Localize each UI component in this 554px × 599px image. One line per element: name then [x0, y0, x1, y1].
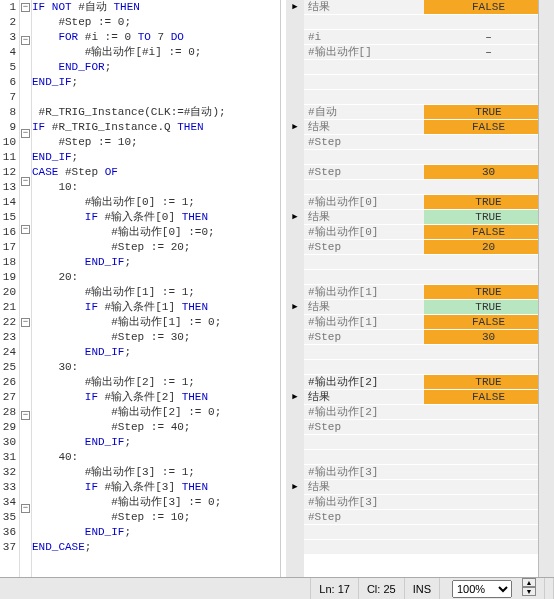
code-line[interactable]: #Step := 30; [32, 330, 280, 345]
monitor-value [424, 480, 553, 495]
fold-marker [20, 426, 31, 441]
code-line[interactable]: #输出动作[2] := 0; [32, 405, 280, 420]
code-line[interactable]: END_IF; [32, 345, 280, 360]
marker-gutter: ▶▶▶▶▶▶ [286, 0, 304, 577]
code-line[interactable]: #Step := 0; [32, 15, 280, 30]
fold-marker [20, 348, 31, 363]
code-line[interactable]: IF #输入条件[3] THEN [32, 480, 280, 495]
monitor-value: FALSE [424, 390, 553, 405]
line-marker: ▶ [286, 480, 304, 495]
monitor-value: 30 [424, 165, 553, 180]
zoom-up-button[interactable]: ▲ [522, 578, 536, 587]
code-line[interactable]: #输出动作[0] :=0; [32, 225, 280, 240]
fold-marker[interactable]: − [20, 129, 31, 144]
line-number: 32 [0, 465, 16, 480]
code-line[interactable]: 40: [32, 450, 280, 465]
code-line[interactable]: #输出动作[3] := 1; [32, 465, 280, 480]
monitor-name: 结果 [304, 120, 424, 135]
code-line[interactable]: END_IF; [32, 255, 280, 270]
code-line[interactable]: #Step := 10; [32, 510, 280, 525]
monitor-name [304, 180, 424, 195]
line-marker [286, 90, 304, 105]
code-line[interactable]: CASE #Step OF [32, 165, 280, 180]
code-line[interactable]: #输出动作[1] := 1; [32, 285, 280, 300]
monitor-value: – [424, 45, 553, 60]
fold-marker[interactable]: − [20, 3, 31, 18]
code-line[interactable]: #输出动作[2] := 1; [32, 375, 280, 390]
fold-marker [20, 270, 31, 285]
fold-marker [20, 471, 31, 486]
code-line[interactable]: IF #输入条件[0] THEN [32, 210, 280, 225]
monitor-value: TRUE [424, 300, 553, 315]
code-line[interactable]: END_IF; [32, 435, 280, 450]
monitor-value [424, 510, 553, 525]
monitor-value [424, 465, 553, 480]
monitor-value [424, 405, 553, 420]
line-marker [286, 285, 304, 300]
code-line[interactable]: #输出动作[#i] := 0; [32, 45, 280, 60]
code-line[interactable]: #Step := 10; [32, 135, 280, 150]
code-area[interactable]: IF NOT #自动 THEN #Step := 0; FOR #i := 0 … [32, 0, 280, 577]
line-marker [286, 225, 304, 240]
monitor-name [304, 60, 424, 75]
code-line[interactable]: IF #输入条件[1] THEN [32, 300, 280, 315]
code-line[interactable]: FOR #i := 0 TO 7 DO [32, 30, 280, 45]
line-marker [286, 165, 304, 180]
code-line[interactable]: #Step := 20; [32, 240, 280, 255]
zoom-select[interactable]: 100% [452, 580, 512, 598]
monitor-value [424, 420, 553, 435]
code-line[interactable]: IF #R_TRIG_Instance.Q THEN [32, 120, 280, 135]
line-number: 10 [0, 135, 16, 150]
monitor-name: 结果 [304, 210, 424, 225]
line-marker: ▶ [286, 210, 304, 225]
line-marker [286, 495, 304, 510]
monitor-name [304, 150, 424, 165]
vertical-scrollbar[interactable] [538, 0, 554, 577]
fold-marker [20, 240, 31, 255]
line-number: 31 [0, 450, 16, 465]
monitor-name: #i [304, 30, 424, 45]
fold-marker[interactable]: − [20, 36, 31, 51]
code-line[interactable]: END_IF; [32, 75, 280, 90]
code-line[interactable]: END_IF; [32, 525, 280, 540]
line-marker [286, 510, 304, 525]
code-line[interactable]: 20: [32, 270, 280, 285]
line-number: 5 [0, 60, 16, 75]
line-number: 12 [0, 165, 16, 180]
fold-marker[interactable]: − [20, 411, 31, 426]
monitor-name: #Step [304, 510, 424, 525]
code-line[interactable]: #Step := 40; [32, 420, 280, 435]
code-line[interactable]: IF #输入条件[2] THEN [32, 390, 280, 405]
monitor-value: TRUE [424, 105, 553, 120]
monitor-name: #输出动作[] [304, 45, 424, 60]
fold-marker[interactable]: − [20, 177, 31, 192]
fold-marker[interactable]: − [20, 318, 31, 333]
line-marker [286, 255, 304, 270]
code-line[interactable]: 30: [32, 360, 280, 375]
code-line[interactable]: #R_TRIG_Instance(CLK:=#自动); [32, 105, 280, 120]
monitor-value [424, 15, 553, 30]
code-line[interactable]: END_CASE; [32, 540, 280, 555]
zoom-down-button[interactable]: ▼ [522, 587, 536, 596]
fold-marker[interactable]: − [20, 225, 31, 240]
code-line[interactable]: #输出动作[0] := 1; [32, 195, 280, 210]
fold-marker [20, 207, 31, 222]
line-number: 24 [0, 345, 16, 360]
code-line[interactable]: END_FOR; [32, 60, 280, 75]
code-line[interactable] [32, 90, 280, 105]
code-line[interactable]: IF NOT #自动 THEN [32, 0, 280, 15]
status-insert-mode: INS [405, 578, 440, 599]
code-line[interactable]: 10: [32, 180, 280, 195]
fold-marker[interactable]: − [20, 504, 31, 519]
line-marker [286, 60, 304, 75]
code-line[interactable]: #输出动作[3] := 0; [32, 495, 280, 510]
code-line[interactable]: #输出动作[1] := 0; [32, 315, 280, 330]
code-line[interactable]: END_IF; [32, 150, 280, 165]
monitor-name: #输出动作[3] [304, 465, 424, 480]
monitor-name: #输出动作[3] [304, 495, 424, 510]
monitor-name: 结果 [304, 480, 424, 495]
monitor-value: TRUE [424, 285, 553, 300]
monitor-value [424, 150, 553, 165]
monitor-name [304, 270, 424, 285]
line-marker [286, 420, 304, 435]
